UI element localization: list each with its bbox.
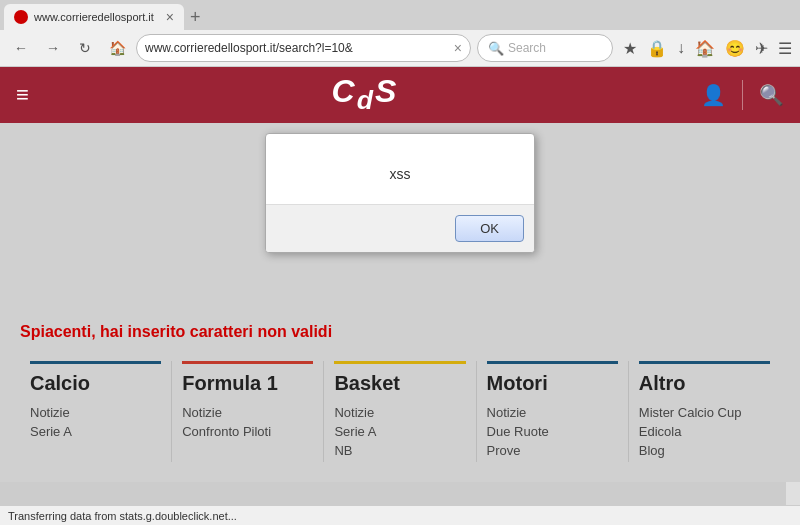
header-divider — [742, 80, 743, 110]
search-bar-icon: 🔍 — [488, 41, 504, 56]
browser-chrome: www.corrieredellosport.it × + ← → ↻ 🏠 ww… — [0, 0, 800, 67]
download-icon[interactable]: ↓ — [677, 39, 685, 57]
header-right: 👤 🔍 — [701, 80, 784, 110]
home-button[interactable]: 🏠 — [104, 35, 130, 61]
dialog-footer: OK — [266, 204, 534, 252]
dialog-message-text: xss — [390, 166, 411, 182]
site-header: ≡ CdS 👤 🔍 — [0, 67, 800, 123]
website-content: ≡ CdS 👤 🔍 xss OK Spiacenti, hai inserito… — [0, 67, 800, 525]
tab-favicon — [14, 10, 28, 24]
address-text: www.corrieredellosport.it/search?l=10& — [145, 41, 450, 55]
search-bar[interactable]: 🔍 Search — [477, 34, 613, 62]
alert-dialog: xss OK — [265, 133, 535, 253]
home-nav-icon[interactable]: 🏠 — [695, 39, 715, 58]
hamburger-icon[interactable]: ≡ — [16, 82, 29, 108]
forward-button[interactable]: → — [40, 35, 66, 61]
bookmark-icon[interactable]: ★ — [623, 39, 637, 58]
address-clear-button[interactable]: × — [454, 40, 462, 56]
header-search-icon[interactable]: 🔍 — [759, 83, 784, 107]
dialog-overlay: xss OK — [0, 123, 800, 482]
search-placeholder: Search — [508, 41, 546, 55]
share-icon[interactable]: ✈ — [755, 39, 768, 58]
menu-icon[interactable]: ☰ — [778, 39, 792, 58]
tab-bar: www.corrieredellosport.it × + — [0, 0, 800, 30]
back-button[interactable]: ← — [8, 35, 34, 61]
site-logo: CdS — [332, 73, 399, 116]
new-tab-button[interactable]: + — [190, 8, 201, 26]
active-tab[interactable]: www.corrieredellosport.it × — [4, 4, 184, 30]
tab-close-button[interactable]: × — [166, 9, 174, 25]
dialog-ok-button[interactable]: OK — [455, 215, 524, 242]
nav-bar: ← → ↻ 🏠 www.corrieredellosport.it/search… — [0, 30, 800, 66]
dialog-message: xss — [266, 134, 534, 204]
tab-title: www.corrieredellosport.it — [34, 11, 160, 23]
nav-icons: ★ 🔒 ↓ 🏠 😊 ✈ ☰ — [623, 39, 792, 58]
address-bar[interactable]: www.corrieredellosport.it/search?l=10& × — [136, 34, 471, 62]
lock-icon[interactable]: 🔒 — [647, 39, 667, 58]
smiley-icon[interactable]: 😊 — [725, 39, 745, 58]
user-icon[interactable]: 👤 — [701, 83, 726, 107]
status-bar: Transferring data from stats.g.doublecli… — [0, 505, 800, 525]
refresh-button[interactable]: ↻ — [72, 35, 98, 61]
status-text: Transferring data from stats.g.doublecli… — [8, 510, 237, 522]
page-body: xss OK Spiacenti, hai inserito caratteri… — [0, 123, 800, 482]
